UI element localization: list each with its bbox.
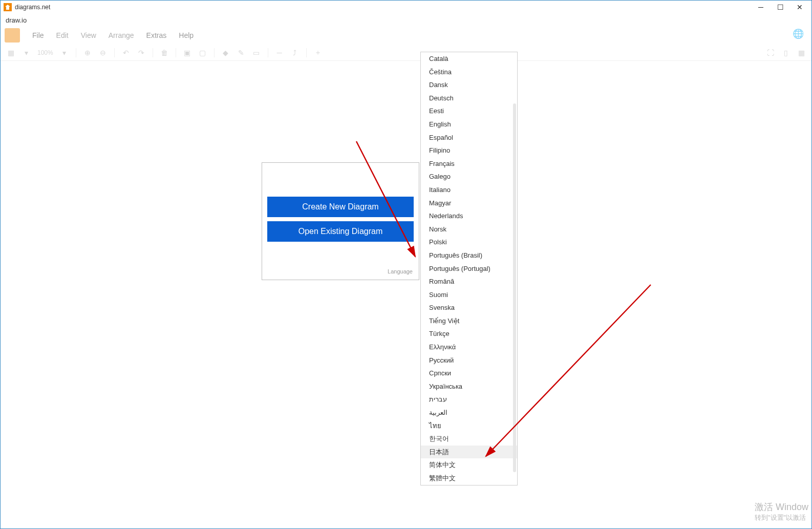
menubar: File Edit View Arrange Extras Help xyxy=(1,26,811,45)
fill-color-icon[interactable]: ◆ xyxy=(220,47,232,59)
windows-activation-notice: 激活 Window 转到"设置"以激活 xyxy=(755,501,808,522)
menu-view[interactable]: View xyxy=(76,29,101,41)
language-option[interactable]: Français xyxy=(421,157,517,171)
filename-bar: draw.io xyxy=(1,14,811,26)
language-option[interactable]: 한국어 xyxy=(421,432,517,446)
splash-dialog: Create New Diagram Open Existing Diagram… xyxy=(262,162,419,280)
language-option[interactable]: ไทย xyxy=(421,419,517,433)
language-option[interactable]: Tiếng Việt xyxy=(421,314,517,328)
shadow-icon[interactable]: ▭ xyxy=(250,47,263,59)
language-option[interactable]: Filipino xyxy=(421,144,517,157)
logo-icon xyxy=(5,28,20,43)
language-option[interactable]: Română xyxy=(421,275,517,288)
delete-icon[interactable]: 🗑 xyxy=(158,47,170,59)
language-option[interactable]: العربية xyxy=(421,406,517,419)
zoom-level[interactable]: 100% xyxy=(35,49,55,56)
line-color-icon[interactable]: ✎ xyxy=(235,47,247,59)
page-view-icon[interactable]: ▦ xyxy=(5,47,17,59)
language-option[interactable]: Italiano xyxy=(421,183,517,197)
language-option[interactable]: Українська xyxy=(421,380,517,393)
language-link[interactable]: Language xyxy=(388,268,413,274)
insert-icon[interactable]: ＋ xyxy=(312,47,324,59)
language-option[interactable]: Català xyxy=(421,52,517,66)
maximize-button[interactable]: ☐ xyxy=(776,3,785,11)
language-option[interactable]: Dansk xyxy=(421,78,517,92)
to-back-icon[interactable]: ▢ xyxy=(197,47,209,59)
to-front-icon[interactable]: ▣ xyxy=(181,47,194,59)
close-button[interactable]: ✕ xyxy=(795,3,804,11)
connection-icon[interactable]: ─ xyxy=(273,47,286,59)
menu-extras[interactable]: Extras xyxy=(141,29,172,41)
language-option[interactable]: Português (Portugal) xyxy=(421,262,517,276)
language-option[interactable]: Português (Brasil) xyxy=(421,249,517,262)
language-option[interactable]: Eesti xyxy=(421,104,517,118)
waypoints-icon[interactable]: ⤴ xyxy=(289,47,301,59)
language-option[interactable]: עברית xyxy=(421,393,517,406)
language-option[interactable]: 简体中文 xyxy=(421,458,517,472)
language-dropdown[interactable]: CatalàČeštinaDanskDeutschEestiEnglishEsp… xyxy=(420,52,518,485)
language-option[interactable]: Polski xyxy=(421,236,517,249)
format-panel-icon[interactable]: ▯ xyxy=(780,47,792,59)
activation-title: 激活 Window xyxy=(755,501,808,513)
activation-subtitle: 转到"设置"以激活 xyxy=(755,513,808,522)
dropdown-icon[interactable]: ▾ xyxy=(58,47,71,59)
redo-icon[interactable]: ↷ xyxy=(135,47,147,59)
language-option[interactable]: Svenska xyxy=(421,301,517,314)
filename-text: draw.io xyxy=(6,16,27,24)
language-option[interactable]: Español xyxy=(421,131,517,144)
window-title: diagrams.net xyxy=(15,4,50,11)
language-option[interactable]: Magyar xyxy=(421,197,517,210)
language-option[interactable]: Čeština xyxy=(421,66,517,79)
language-option[interactable]: Galego xyxy=(421,170,517,183)
globe-icon[interactable]: 🌐 xyxy=(792,28,804,40)
create-new-diagram-button[interactable]: Create New Diagram xyxy=(267,197,414,217)
outline-icon[interactable]: ▦ xyxy=(795,47,807,59)
fullscreen-icon[interactable]: ⛶ xyxy=(764,47,777,59)
language-option[interactable]: Deutsch xyxy=(421,92,517,105)
undo-icon[interactable]: ↶ xyxy=(120,47,132,59)
dropdown-icon[interactable]: ▾ xyxy=(20,47,32,59)
language-option[interactable]: Norsk xyxy=(421,223,517,236)
menu-edit[interactable]: Edit xyxy=(51,29,74,41)
zoom-out-icon[interactable]: ⊖ xyxy=(97,47,109,59)
language-option[interactable]: Suomi xyxy=(421,288,517,302)
language-option[interactable]: English xyxy=(421,118,517,131)
language-option[interactable]: Русский xyxy=(421,354,517,367)
window-titlebar: diagrams.net ─ ☐ ✕ xyxy=(1,1,811,14)
menu-help[interactable]: Help xyxy=(174,29,199,41)
open-existing-diagram-button[interactable]: Open Existing Diagram xyxy=(267,221,414,242)
language-option[interactable]: Nederlands xyxy=(421,209,517,223)
language-option[interactable]: 繁體中文 xyxy=(421,472,517,485)
zoom-in-icon[interactable]: ⊕ xyxy=(81,47,94,59)
minimize-button[interactable]: ─ xyxy=(756,3,765,11)
language-option[interactable]: Ελληνικά xyxy=(421,341,517,354)
toolbar: ▦ ▾ 100% ▾ ⊕ ⊖ ↶ ↷ 🗑 ▣ ▢ ◆ ✎ ▭ ─ ⤴ ＋ ⛶ xyxy=(1,45,811,61)
language-option[interactable]: Српски xyxy=(421,367,517,380)
menu-arrange[interactable]: Arrange xyxy=(103,29,139,41)
language-option[interactable]: Türkçe xyxy=(421,327,517,341)
menu-file[interactable]: File xyxy=(27,29,49,41)
app-icon xyxy=(4,3,12,11)
language-option[interactable]: 日本語 xyxy=(421,446,517,459)
scrollbar[interactable] xyxy=(513,103,516,472)
